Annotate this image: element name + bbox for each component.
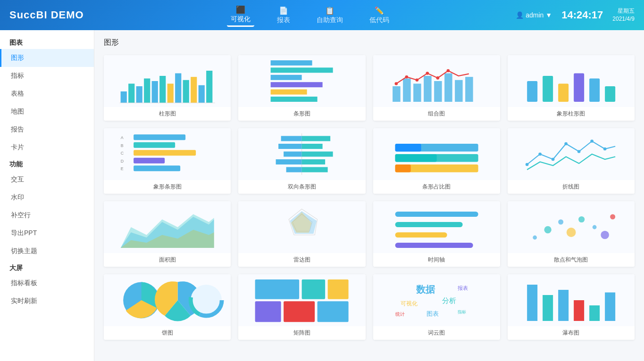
chart-card-hbar[interactable]: 条形图 xyxy=(238,55,365,121)
svg-point-32 xyxy=(415,79,418,82)
chart-card-combo[interactable]: 组合图 xyxy=(373,55,500,121)
svg-point-33 xyxy=(426,72,429,75)
chart-card-timeline[interactable]: 时间轴 xyxy=(373,201,500,267)
svg-text:E: E xyxy=(121,166,124,171)
svg-rect-116 xyxy=(318,301,349,322)
chart-card-scatter[interactable]: 散点和气泡图 xyxy=(508,201,635,267)
chart-label-area: 面积图 xyxy=(104,253,231,267)
svg-rect-46 xyxy=(134,150,196,156)
svg-rect-115 xyxy=(284,301,315,322)
main-nav: ⬛ 可视化 📄 报表 📋 自助查询 ✏️ 低代码 xyxy=(104,3,516,27)
sidebar-item-指标[interactable]: 指标 xyxy=(0,67,94,85)
sidebar-item-导出PPT[interactable]: 导出PPT xyxy=(0,224,94,242)
svg-rect-48 xyxy=(134,165,180,171)
svg-rect-114 xyxy=(255,301,281,322)
chart-thumb-picthbar: A B C D E xyxy=(104,128,231,180)
svg-text:统计: 统计 xyxy=(395,312,404,317)
sidebar-item-表格[interactable]: 表格 xyxy=(0,85,94,103)
svg-text:报表: 报表 xyxy=(457,285,468,291)
svg-rect-27 xyxy=(444,74,452,102)
svg-rect-58 xyxy=(278,144,302,149)
chart-card-bar[interactable]: 柱形图 xyxy=(104,55,231,121)
svg-rect-5 xyxy=(152,81,158,103)
chart-thumb-matrix xyxy=(238,274,365,326)
svg-point-74 xyxy=(526,163,529,166)
svg-point-101 xyxy=(592,225,596,230)
svg-rect-93 xyxy=(395,232,447,238)
svg-rect-62 xyxy=(276,159,302,164)
svg-point-79 xyxy=(590,139,594,143)
svg-point-76 xyxy=(552,158,555,161)
chart-card-pictbar[interactable]: 象形柱形图 xyxy=(508,55,635,121)
nav-lowcode[interactable]: ✏️ 低代码 xyxy=(366,4,393,26)
chart-thumb-combo xyxy=(373,55,500,107)
sidebar-item-地图[interactable]: 地图 xyxy=(0,103,94,121)
svg-rect-70 xyxy=(395,144,421,152)
sidebar-item-切换主题[interactable]: 切换主题 xyxy=(0,242,94,260)
chart-card-wordcloud[interactable]: 数据 分析 可视化 报表 统计 图表 指标 词云图 xyxy=(373,274,500,340)
user-menu[interactable]: 👤 admin ▼ xyxy=(516,11,552,19)
sidebar-item-图形[interactable]: 图形 xyxy=(0,49,94,67)
svg-rect-57 xyxy=(302,136,331,141)
svg-rect-92 xyxy=(395,222,462,227)
svg-rect-94 xyxy=(395,243,473,248)
svg-point-30 xyxy=(394,82,398,85)
svg-rect-40 xyxy=(574,74,584,102)
sidebar-item-实时刷新[interactable]: 实时刷新 xyxy=(0,292,94,310)
chart-card-radar[interactable]: 雷达图 xyxy=(238,201,365,267)
chart-card-pie[interactable]: 饼图 xyxy=(104,274,231,340)
dropdown-icon: ▼ xyxy=(545,11,552,19)
chart-card-matrix[interactable]: 矩阵图 xyxy=(238,274,365,340)
clock: 14:24:17 xyxy=(561,9,603,21)
chart-thumb-bidir xyxy=(238,128,365,180)
chart-label-radar: 雷达图 xyxy=(238,253,365,267)
svg-rect-127 xyxy=(543,295,553,321)
svg-point-75 xyxy=(538,153,542,156)
sidebar-item-补空行[interactable]: 补空行 xyxy=(0,206,94,224)
sidebar-item-交互[interactable]: 交互 xyxy=(0,171,94,189)
svg-rect-25 xyxy=(424,76,432,102)
svg-rect-129 xyxy=(574,300,584,321)
chart-thumb-line xyxy=(508,128,635,180)
svg-text:可视化: 可视化 xyxy=(400,300,417,307)
logo: SuccBI DEMO xyxy=(9,9,104,21)
chart-label-bidir: 双向条形图 xyxy=(238,180,365,194)
sidebar-item-水印[interactable]: 水印 xyxy=(0,189,94,206)
chart-thumb-waterfall xyxy=(508,274,635,326)
chart-card-area[interactable]: 面积图 xyxy=(104,201,231,267)
svg-rect-7 xyxy=(167,84,174,103)
svg-rect-1 xyxy=(121,91,127,103)
chart-card-waterfall[interactable]: 瀑布图 xyxy=(508,274,635,340)
nav-report[interactable]: 📄 报表 xyxy=(273,4,294,26)
svg-rect-63 xyxy=(302,159,326,164)
svg-rect-91 xyxy=(395,212,478,217)
nav-query[interactable]: 📋 自助查询 xyxy=(313,4,347,26)
svg-rect-72 xyxy=(395,164,410,172)
sidebar-item-指标看板[interactable]: 指标看板 xyxy=(0,274,94,292)
svg-point-31 xyxy=(405,75,408,79)
svg-rect-61 xyxy=(302,152,333,157)
chart-thumb-scatter xyxy=(508,201,635,253)
sidebar-item-报告[interactable]: 报告 xyxy=(0,121,94,139)
chart-card-line[interactable]: 折线图 xyxy=(508,128,635,194)
chart-thumb-pictbar xyxy=(508,55,635,107)
chart-card-picthbar[interactable]: A B C D E 象形条形图 xyxy=(104,128,231,194)
svg-rect-95 xyxy=(522,204,620,251)
svg-rect-65 xyxy=(302,167,328,172)
nav-visualize[interactable]: ⬛ 可视化 xyxy=(227,3,254,27)
svg-rect-16 xyxy=(271,67,333,73)
chart-card-stacked[interactable]: 条形占比图 xyxy=(373,128,500,194)
svg-text:D: D xyxy=(121,159,124,164)
sidebar-item-卡片[interactable]: 卡片 xyxy=(0,139,94,156)
svg-point-78 xyxy=(577,150,581,153)
svg-rect-29 xyxy=(465,77,473,102)
svg-rect-60 xyxy=(284,152,302,157)
chart-card-bidir[interactable]: 双向条形图 xyxy=(238,128,365,194)
chart-label-waterfall: 瀑布图 xyxy=(508,326,635,340)
svg-point-98 xyxy=(558,220,563,225)
svg-rect-44 xyxy=(134,134,185,140)
chart-label-combo: 组合图 xyxy=(373,107,500,121)
svg-rect-126 xyxy=(527,285,537,321)
chart-label-hbar: 条形图 xyxy=(238,107,365,121)
query-icon: 📋 xyxy=(325,6,335,15)
